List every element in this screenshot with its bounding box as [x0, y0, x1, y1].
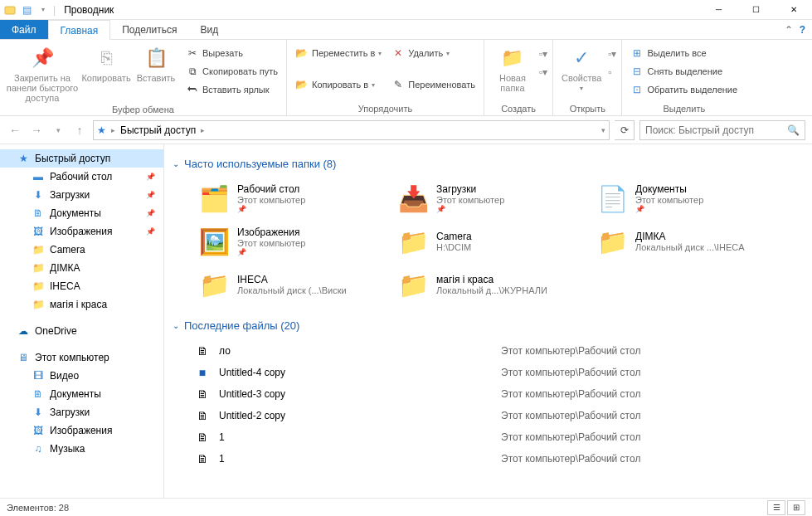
maximize-button[interactable]: ☐ [737, 0, 775, 20]
tree-item[interactable]: ▬Рабочий стол📌 [0, 168, 163, 186]
file-row[interactable]: 🗎1Этот компьютер\Рабочий стол [194, 448, 807, 470]
close-button[interactable]: ✕ [775, 0, 812, 20]
nav-back-button[interactable]: ← [7, 122, 23, 139]
easyaccess-icon[interactable]: ▫▾ [539, 66, 547, 78]
moveto-button[interactable]: 📂Переместить в▾ [292, 45, 385, 61]
tree-item[interactable]: 📁ДІМКА [0, 259, 163, 277]
pin-icon: 📌 [237, 205, 246, 213]
tree-quickaccess[interactable]: ★ Быстрый доступ [0, 149, 163, 168]
pin-quickaccess-button[interactable]: 📌 Закрепить на панели быстрого доступа [5, 41, 80, 103]
search-input[interactable] [645, 124, 782, 136]
rename-button[interactable]: ✎Переименовать [388, 76, 479, 93]
file-row[interactable]: ■Untitled-4 copyЭтот компьютер\Рабочий с… [194, 362, 807, 383]
tab-file[interactable]: Файл [0, 20, 48, 39]
content-pane[interactable]: ⌄ Часто используемые папки (8) 🗂️Рабочий… [164, 144, 812, 498]
tree-item[interactable]: 🗎Документы [0, 385, 163, 403]
pasteshortcut-button[interactable]: ⮪Вставить ярлык [182, 81, 281, 98]
history-icon[interactable]: ▫ [608, 66, 616, 78]
pin-icon: 📌 [146, 191, 155, 199]
folder-item[interactable]: 📁ДІМКАЛокальный диск ...\IHECA [592, 221, 783, 261]
section-recent-files[interactable]: ⌄ Последние файлы (20) [173, 319, 807, 332]
folder-item[interactable]: 📁CameraH:\DCIM [393, 221, 584, 261]
folder-item[interactable]: 📁IHECAЛокальный диск (...\Виски [194, 265, 385, 304]
file-icon: 🗎 [194, 343, 211, 359]
file-row[interactable]: 🗎1Этот компьютер\Рабочий стол [194, 426, 807, 448]
folder-item[interactable]: 📁магія і красаЛокальный д...\ЖУРНАЛИ [393, 265, 584, 304]
view-details-button[interactable]: ☰ [767, 500, 785, 515]
tree-item[interactable]: 🗎Документы📌 [0, 204, 163, 222]
help-icon[interactable]: ? [800, 24, 805, 36]
file-row[interactable]: 🗎лоЭтот компьютер\Рабочий стол [194, 340, 807, 362]
copy-button[interactable]: ⎘ Копировать [83, 41, 129, 83]
qat-properties-icon[interactable]: ▤ [20, 3, 33, 17]
delete-button[interactable]: ✕Удалить▾ [388, 45, 479, 61]
pictures-icon: 🖼 [32, 424, 45, 437]
view-icons-button[interactable]: ⊞ [787, 500, 805, 515]
file-icon: 🗎 [194, 386, 211, 402]
tree-item[interactable]: 🎞Видео [0, 367, 163, 385]
minimize-button[interactable]: ─ [700, 0, 737, 20]
tree-item[interactable]: 📁Camera [0, 241, 163, 259]
navigation-pane[interactable]: ★ Быстрый доступ ▬Рабочий стол📌 ⬇Загрузк… [0, 144, 164, 498]
paste-button[interactable]: 📋 Вставить [133, 41, 179, 83]
nav-forward-button[interactable]: → [28, 122, 45, 139]
invert-button[interactable]: ⊡Обратить выделение [627, 81, 741, 98]
star-icon: ★ [17, 152, 30, 165]
search-icon[interactable]: 🔍 [787, 124, 800, 136]
window-title: Проводник [64, 4, 114, 16]
tree-item[interactable]: 📁магія і краса [0, 295, 163, 314]
qat-dropdown-icon[interactable]: ▾ [36, 3, 50, 17]
pictures-icon: 🖼 [32, 225, 45, 238]
folder-item[interactable]: 📄ДокументыЭтот компьютер📌 [592, 178, 783, 218]
nav-row: ← → ▾ ↑ ★ ▸ Быстрый доступ ▸ ▾ ⟳ 🔍 [0, 116, 812, 144]
address-dropdown-icon[interactable]: ▾ [601, 126, 605, 134]
ribbon: 📌 Закрепить на панели быстрого доступа ⎘… [0, 40, 812, 116]
file-icon: 🗎 [194, 429, 211, 445]
tree-item[interactable]: ⬇Загрузки [0, 403, 163, 421]
tab-share[interactable]: Поделиться [110, 20, 188, 39]
tree-onedrive[interactable]: ☁OneDrive [0, 322, 163, 340]
folder-item[interactable]: 🖼️ИзображенияЭтот компьютер📌 [194, 221, 385, 261]
tree-thispc[interactable]: 🖥Этот компьютер [0, 348, 163, 367]
nav-recent-dropdown[interactable]: ▾ [50, 122, 66, 139]
file-row[interactable]: 🗎Untitled-2 copyЭтот компьютер\Рабочий с… [194, 405, 807, 426]
desktop-folder-icon: 🗂️ [197, 182, 231, 215]
section-frequent-folders[interactable]: ⌄ Часто используемые папки (8) [173, 158, 807, 170]
pin-icon: 📌 [29, 45, 56, 71]
copyto-button[interactable]: 📂Копировать в▾ [292, 76, 385, 93]
group-select-label: Выделить [627, 102, 741, 115]
title-bar: ▤ ▾ | Проводник ─ ☐ ✕ [0, 0, 812, 20]
tree-item[interactable]: 🖼Изображения [0, 421, 163, 440]
refresh-button[interactable]: ⟳ [615, 120, 635, 140]
folder-item[interactable]: 🗂️Рабочий столЭтот компьютер📌 [194, 178, 385, 218]
copypath-button[interactable]: ⧉Скопировать путь [182, 63, 281, 80]
folder-item[interactable]: 📥ЗагрузкиЭтот компьютер📌 [393, 178, 584, 218]
breadcrumb-root[interactable]: Быстрый доступ [120, 124, 196, 136]
tree-item[interactable]: 🖼Изображения📌 [0, 222, 163, 241]
chevron-down-icon: ⌄ [173, 321, 179, 330]
tree-item[interactable]: ⬇Загрузки📌 [0, 186, 163, 204]
documents-icon: 🗎 [32, 207, 45, 220]
folder-icon: 📁 [32, 261, 45, 275]
properties-button[interactable]: ✓ Свойства ▾ [558, 41, 605, 92]
open-icon[interactable]: ▫▾ [608, 48, 616, 60]
selectnone-button[interactable]: ⊟Снять выделение [627, 63, 741, 80]
cut-button[interactable]: ✂Вырезать [182, 45, 281, 61]
tab-view[interactable]: Вид [188, 20, 230, 39]
ribbon-collapse-icon[interactable]: ⌃ [785, 24, 793, 36]
file-row[interactable]: 🗎Untitled-3 copyЭтот компьютер\Рабочий с… [194, 383, 807, 405]
tab-home[interactable]: Главная [48, 20, 111, 40]
app-icon [3, 3, 17, 17]
newfolder-button[interactable]: 📁 Новая папка [489, 41, 536, 93]
search-box[interactable]: 🔍 [639, 120, 805, 140]
breadcrumb-sep-icon[interactable]: ▸ [201, 126, 205, 134]
pin-icon: 📌 [146, 227, 155, 236]
tree-item[interactable]: ♫Музыка [0, 440, 163, 458]
breadcrumb-sep-icon[interactable]: ▸ [111, 126, 115, 134]
nav-up-button[interactable]: ↑ [71, 122, 88, 139]
videos-icon: 🎞 [32, 369, 45, 382]
tree-item[interactable]: 📁IHECA [0, 277, 163, 295]
newitem-icon[interactable]: ▫▾ [539, 48, 547, 60]
selectall-button[interactable]: ⊞Выделить все [627, 45, 741, 61]
address-bar[interactable]: ★ ▸ Быстрый доступ ▸ ▾ [93, 120, 610, 140]
